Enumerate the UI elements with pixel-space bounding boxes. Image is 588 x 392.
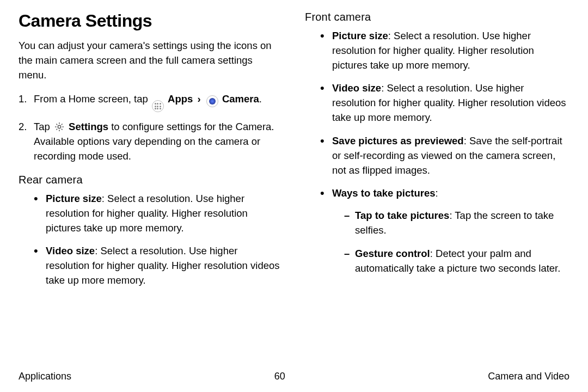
list-item: Tap to take pictures: Tap the screen to … — [344, 209, 569, 238]
settings-label: Settings — [69, 121, 108, 132]
ways-sublist: Tap to take pictures: Tap the screen to … — [332, 209, 569, 275]
footer-left: Applications — [19, 371, 71, 382]
list-item: Ways to take pictures: Tap to take pictu… — [320, 186, 569, 275]
manual-page: Camera Settings You can adjust your came… — [0, 0, 588, 392]
intro-paragraph: You can adjust your camera's settings us… — [19, 39, 283, 82]
list-item: Picture size: Select a resolution. Use h… — [320, 29, 569, 72]
step2-pre: Tap — [34, 121, 53, 132]
list-item: Picture size: Select a resolution. Use h… — [34, 192, 283, 235]
rear-camera-list: Picture size: Select a resolution. Use h… — [19, 192, 283, 288]
svg-point-0 — [58, 126, 60, 128]
camera-icon — [206, 95, 218, 107]
item-bold: Picture size — [46, 193, 102, 204]
gear-icon — [54, 121, 65, 132]
footer-page-number: 60 — [274, 371, 285, 382]
front-camera-heading: Front camera — [305, 11, 569, 23]
list-item: Save pictures as previewed: Save the sel… — [320, 134, 569, 177]
footer-right: Camera and Video — [488, 371, 569, 382]
page-footer: Applications 60 Camera and Video — [19, 365, 569, 382]
rear-camera-heading: Rear camera — [19, 174, 283, 186]
item-bold: Save pictures as previewed — [332, 135, 464, 146]
front-camera-list: Picture size: Select a resolution. Use h… — [305, 29, 569, 275]
left-column: Camera Settings You can adjust your came… — [19, 11, 283, 365]
list-item: Video size: Select a resolution. Use hig… — [34, 244, 283, 287]
item-bold: Video size — [46, 245, 95, 256]
right-column: Front camera Picture size: Select a reso… — [305, 11, 569, 365]
item-bold: Ways to take pictures — [332, 187, 436, 199]
list-item: Video size: Select a resolution. Use hig… — [320, 81, 569, 125]
item-bold: Picture size — [332, 30, 388, 41]
step1-suffix: . — [259, 93, 262, 105]
apps-label: Apps — [168, 93, 193, 105]
camera-label: Camera — [222, 93, 259, 105]
two-column-layout: Camera Settings You can adjust your came… — [19, 11, 569, 365]
step-2: Tap Settings to configure settings for t… — [19, 120, 283, 163]
list-item: Gesture control: Detect your palm and au… — [344, 247, 569, 276]
apps-icon — [152, 100, 164, 112]
chevron-right-icon: › — [197, 93, 200, 105]
steps-list: From a Home screen, tap Apps › Camera. T… — [19, 92, 283, 163]
item-bold: Video size — [332, 82, 381, 94]
step-1: From a Home screen, tap Apps › Camera. — [19, 92, 283, 112]
step1-pre: From a Home screen, tap — [34, 93, 151, 105]
item-bold: Gesture control — [355, 248, 430, 259]
page-title: Camera Settings — [19, 11, 283, 31]
item-text: : — [436, 187, 438, 199]
item-bold: Tap to take pictures — [355, 210, 449, 221]
